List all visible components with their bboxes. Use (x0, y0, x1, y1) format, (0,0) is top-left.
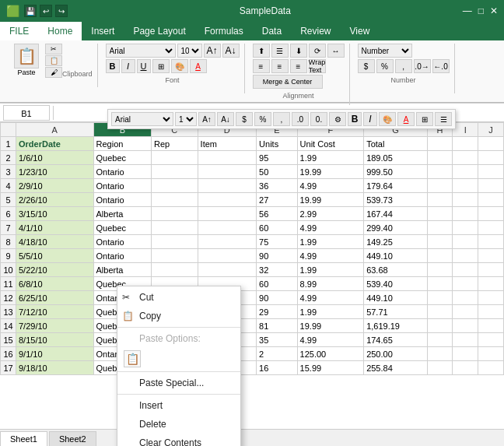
name-box[interactable]: B1 (3, 105, 50, 121)
cell[interactable]: 179.64 (364, 179, 428, 193)
tab-review[interactable]: Review (291, 22, 340, 40)
mini-font-color[interactable]: A (397, 112, 415, 126)
cell[interactable]: 1/23/10 (16, 165, 94, 179)
cut-button[interactable]: ✂ (45, 44, 62, 54)
cell[interactable]: 1.99 (297, 305, 364, 319)
cell[interactable] (427, 249, 453, 263)
font-size-select[interactable]: 10 (177, 44, 202, 58)
copy-button[interactable]: 📋 (45, 55, 62, 66)
border-button[interactable]: ⊞ (152, 59, 170, 73)
cell[interactable] (152, 263, 198, 277)
font-color-button[interactable]: A (190, 59, 207, 73)
cell[interactable] (478, 193, 504, 207)
cell[interactable]: 9/18/10 (16, 361, 94, 375)
col-header-a[interactable]: A (16, 123, 94, 137)
context-delete[interactable]: Delete (117, 415, 240, 434)
cell[interactable] (427, 305, 453, 319)
cell[interactable]: 449.10 (364, 249, 428, 263)
cell[interactable]: 8/15/10 (16, 333, 94, 347)
cell[interactable]: Quebec (93, 221, 152, 235)
cell[interactable]: 90 (257, 291, 297, 305)
cell[interactable]: 255.84 (364, 361, 428, 375)
cell[interactable] (478, 263, 504, 277)
percent-btn[interactable]: % (376, 59, 394, 73)
cell[interactable] (198, 235, 257, 249)
cell[interactable]: 125.00 (297, 347, 364, 361)
tab-formulas[interactable]: Formulas (195, 22, 253, 40)
mini-percent[interactable]: % (254, 112, 271, 126)
mini-comma[interactable]: , (273, 112, 290, 126)
cell[interactable]: 167.44 (364, 207, 428, 221)
cell[interactable] (453, 305, 478, 319)
cell[interactable] (453, 235, 478, 249)
cell[interactable] (427, 361, 453, 375)
cell[interactable] (453, 333, 478, 347)
increase-decimal-btn[interactable]: .0→ (414, 59, 431, 73)
cell[interactable]: 50 (257, 165, 297, 179)
cell[interactable] (152, 179, 198, 193)
cell[interactable] (198, 193, 257, 207)
cell[interactable]: 19.99 (297, 319, 364, 333)
cell[interactable]: 3/15/10 (16, 207, 94, 221)
cell[interactable] (478, 305, 504, 319)
cell[interactable]: 19.99 (297, 165, 364, 179)
cell[interactable]: 95 (257, 151, 297, 165)
cell[interactable]: 8.99 (297, 277, 364, 291)
cell[interactable]: 57.71 (364, 305, 428, 319)
cell[interactable]: 27 (257, 193, 297, 207)
cell[interactable]: 60 (257, 277, 297, 291)
wrap-text-btn[interactable]: Wrap Text (309, 59, 326, 73)
cell[interactable]: 90 (257, 249, 297, 263)
cell[interactable]: 539.73 (364, 193, 428, 207)
cell[interactable]: 6/8/10 (16, 277, 94, 291)
orientation-btn[interactable]: ⟳ (309, 44, 326, 58)
context-insert[interactable]: Insert (117, 396, 240, 415)
cell[interactable] (453, 221, 478, 235)
cell[interactable]: Units (257, 137, 297, 151)
cell[interactable] (478, 319, 504, 333)
mini-size-select[interactable]: 10 (175, 112, 197, 126)
cell[interactable] (453, 165, 478, 179)
cell[interactable] (453, 263, 478, 277)
cell[interactable] (427, 207, 453, 221)
number-format-select[interactable]: Number (358, 44, 412, 58)
cell[interactable] (427, 235, 453, 249)
tab-home[interactable]: Home (38, 22, 82, 40)
cell[interactable] (453, 291, 478, 305)
cell[interactable] (152, 193, 198, 207)
cell[interactable]: 2.99 (297, 207, 364, 221)
cell[interactable]: 4.99 (297, 221, 364, 235)
cell[interactable]: 60 (257, 221, 297, 235)
cell[interactable]: 2 (257, 347, 297, 361)
context-paste-options[interactable]: 📋 (117, 348, 240, 370)
cell[interactable]: 56 (257, 207, 297, 221)
align-left-btn[interactable]: ≡ (253, 59, 270, 73)
indent-btn[interactable]: ↔ (327, 44, 345, 58)
cell[interactable] (453, 207, 478, 221)
cell[interactable]: Total (364, 137, 428, 151)
sheet-tab-1[interactable]: Sheet1 (0, 431, 47, 446)
cell[interactable] (478, 151, 504, 165)
cell[interactable]: 189.05 (364, 151, 428, 165)
cell[interactable] (152, 221, 198, 235)
cell[interactable] (478, 207, 504, 221)
mini-inc-dec[interactable]: .0 (292, 112, 309, 126)
cell[interactable] (152, 207, 198, 221)
mini-format-icon[interactable]: ⚙ (329, 112, 346, 126)
cell[interactable]: 5/22/10 (16, 263, 94, 277)
font-select[interactable]: Arial (106, 44, 176, 58)
cell[interactable]: 1.99 (297, 151, 364, 165)
tab-page-layout[interactable]: Page Layout (124, 22, 194, 40)
cell[interactable]: 5/5/10 (16, 249, 94, 263)
align-bottom-btn[interactable]: ⬇ (290, 44, 307, 58)
cell[interactable]: 16 (257, 361, 297, 375)
mini-decrease-font[interactable]: A↓ (217, 112, 234, 126)
decrease-decimal-btn[interactable]: ←.0 (432, 59, 450, 73)
cell[interactable] (478, 333, 504, 347)
cell[interactable]: 29 (257, 305, 297, 319)
save-icon[interactable]: 💾 (24, 5, 37, 17)
cell[interactable]: 32 (257, 263, 297, 277)
cell[interactable]: 15.99 (297, 361, 364, 375)
cell[interactable] (427, 291, 453, 305)
mini-italic[interactable]: I (363, 112, 377, 126)
